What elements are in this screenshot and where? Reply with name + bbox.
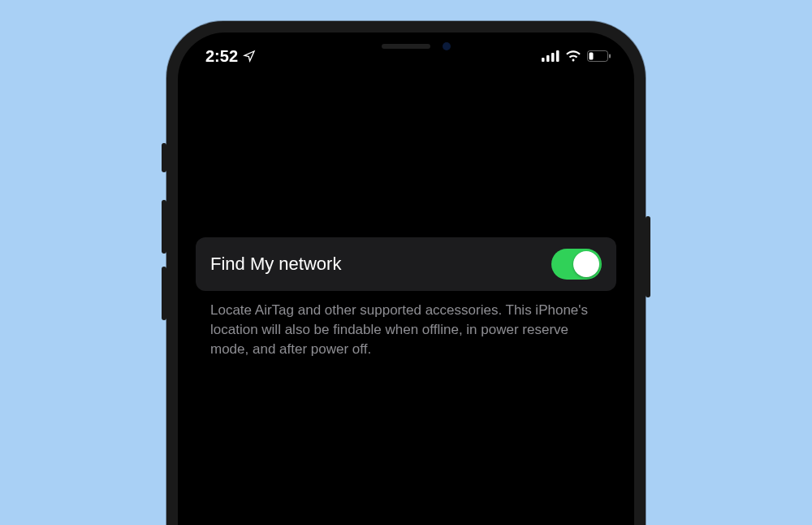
svg-rect-5 [590, 53, 594, 60]
setting-label: Find My network [210, 254, 341, 275]
find-my-network-row[interactable]: Find My network [196, 237, 616, 291]
status-time: 2:52 [205, 47, 238, 66]
svg-rect-1 [546, 55, 550, 62]
svg-rect-0 [542, 58, 545, 62]
notch [304, 33, 508, 60]
mute-switch [162, 143, 166, 172]
settings-content: Find My network Locate AirTag and other … [178, 70, 634, 358]
wifi-icon [565, 50, 581, 62]
volume-up-button [162, 200, 166, 254]
toggle-knob [573, 251, 599, 277]
phone-frame: 2:52 [166, 21, 646, 525]
find-my-network-toggle[interactable] [551, 249, 602, 280]
setting-description: Locate AirTag and other supported access… [196, 291, 616, 358]
svg-rect-2 [551, 53, 555, 62]
location-arrow-icon [243, 50, 256, 63]
status-left: 2:52 [205, 47, 256, 66]
battery-icon [587, 50, 611, 62]
power-button [646, 216, 650, 297]
cellular-signal-icon [542, 50, 559, 62]
status-right [542, 50, 611, 62]
volume-down-button [162, 267, 166, 320]
speaker [382, 44, 430, 49]
front-camera [443, 42, 451, 50]
svg-rect-3 [556, 50, 559, 62]
screen: 2:52 [178, 33, 634, 525]
svg-rect-6 [609, 54, 611, 59]
